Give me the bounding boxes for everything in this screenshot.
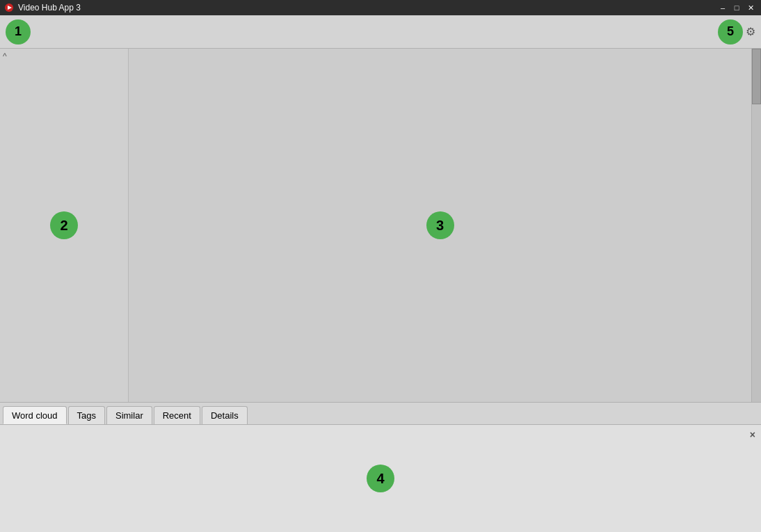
bottom-panel-close-button[interactable]: × [750, 429, 755, 440]
left-panel-badge: 2 [50, 211, 78, 239]
toolbar-badge-1: 1 [6, 19, 31, 45]
title-bar-left: Video Hub App 3 [4, 3, 81, 13]
toolbar-settings: 5 ⚙ [718, 19, 755, 45]
maximize-button[interactable]: □ [730, 2, 743, 13]
toolbar-badge-5: 5 [718, 19, 743, 45]
app-icon [4, 3, 14, 13]
toolbar: 1 5 ⚙ [0, 15, 761, 49]
left-panel: ^ 2 [0, 49, 129, 402]
right-panel: 3 [129, 49, 751, 402]
bottom-panel-badge: 4 [367, 465, 394, 492]
collapse-arrow[interactable]: ^ [3, 51, 7, 61]
bottom-panel: × 4 [0, 424, 761, 532]
main-content: ^ 2 3 [0, 49, 761, 402]
tab-details[interactable]: Details [202, 406, 248, 424]
tab-tags[interactable]: Tags [68, 406, 105, 424]
minimize-button[interactable]: – [716, 2, 729, 13]
title-bar: Video Hub App 3 – □ ✕ [0, 0, 761, 15]
title-bar-title: Video Hub App 3 [18, 3, 81, 13]
settings-icon[interactable]: ⚙ [746, 25, 755, 38]
tab-recent[interactable]: Recent [154, 406, 200, 424]
title-bar-controls: – □ ✕ [716, 2, 757, 13]
close-button[interactable]: ✕ [744, 2, 757, 13]
bottom-tabs: Word cloud Tags Similar Recent Details [0, 402, 761, 424]
scrollbar-thumb[interactable] [752, 49, 761, 104]
tab-similar[interactable]: Similar [106, 406, 152, 424]
scrollbar-track[interactable] [751, 49, 761, 402]
tab-word-cloud[interactable]: Word cloud [3, 406, 67, 424]
right-panel-badge: 3 [426, 211, 454, 239]
